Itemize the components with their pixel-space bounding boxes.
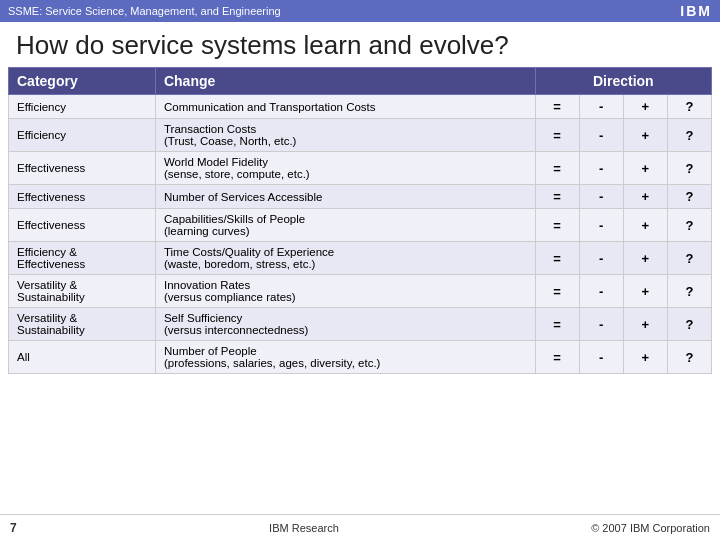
footer-company: © 2007 IBM Corporation xyxy=(591,522,710,534)
cell-category: Effectiveness xyxy=(9,209,156,242)
cell-direction: ? xyxy=(667,308,711,341)
cell-category: All xyxy=(9,341,156,374)
cell-category: Versatility & Sustainability xyxy=(9,275,156,308)
cell-direction: ? xyxy=(667,152,711,185)
cell-category: Efficiency & Effectiveness xyxy=(9,242,156,275)
cell-direction: + xyxy=(623,185,667,209)
cell-category: Effectiveness xyxy=(9,185,156,209)
cell-direction: + xyxy=(623,341,667,374)
cell-change: Communication and Transportation Costs xyxy=(155,95,535,119)
cell-direction: = xyxy=(535,209,579,242)
cell-direction: - xyxy=(579,341,623,374)
header-direction: Direction xyxy=(535,68,711,95)
cell-category: Versatility & Sustainability xyxy=(9,308,156,341)
cell-direction: = xyxy=(535,185,579,209)
table-row: EffectivenessCapabilities/Skills of Peop… xyxy=(9,209,712,242)
cell-direction: - xyxy=(579,119,623,152)
cell-direction: + xyxy=(623,275,667,308)
cell-change: Innovation Rates (versus compliance rate… xyxy=(155,275,535,308)
cell-direction: = xyxy=(535,95,579,119)
cell-change: Capabilities/Skills of People (learning … xyxy=(155,209,535,242)
cell-direction: + xyxy=(623,308,667,341)
cell-direction: - xyxy=(579,308,623,341)
table-row: Versatility & SustainabilityInnovation R… xyxy=(9,275,712,308)
cell-direction: ? xyxy=(667,275,711,308)
cell-direction: = xyxy=(535,152,579,185)
cell-direction: ? xyxy=(667,209,711,242)
cell-direction: ? xyxy=(667,341,711,374)
cell-change: Number of People (professions, salaries,… xyxy=(155,341,535,374)
cell-direction: ? xyxy=(667,185,711,209)
cell-category: Efficiency xyxy=(9,95,156,119)
cell-direction: - xyxy=(579,209,623,242)
cell-category: Effectiveness xyxy=(9,152,156,185)
table-row: EffectivenessWorld Model Fidelity (sense… xyxy=(9,152,712,185)
cell-direction: ? xyxy=(667,242,711,275)
cell-direction: + xyxy=(623,242,667,275)
cell-change: Transaction Costs (Trust, Coase, North, … xyxy=(155,119,535,152)
cell-change: World Model Fidelity (sense, store, comp… xyxy=(155,152,535,185)
cell-direction: ? xyxy=(667,119,711,152)
cell-change: Time Costs/Quality of Experience (waste,… xyxy=(155,242,535,275)
cell-direction: - xyxy=(579,152,623,185)
cell-change: Number of Services Accessible xyxy=(155,185,535,209)
table-row: EfficiencyTransaction Costs (Trust, Coas… xyxy=(9,119,712,152)
table-row: EffectivenessNumber of Services Accessib… xyxy=(9,185,712,209)
cell-direction: = xyxy=(535,275,579,308)
cell-category: Efficiency xyxy=(9,119,156,152)
main-table: Category Change Direction EfficiencyComm… xyxy=(8,67,712,374)
table-row: Versatility & SustainabilitySelf Suffici… xyxy=(9,308,712,341)
cell-direction: = xyxy=(535,308,579,341)
cell-direction: = xyxy=(535,341,579,374)
table-row: Efficiency & EffectivenessTime Costs/Qua… xyxy=(9,242,712,275)
cell-direction: - xyxy=(579,242,623,275)
cell-direction: + xyxy=(623,209,667,242)
cell-direction: = xyxy=(535,242,579,275)
ibm-logo: IBM xyxy=(680,3,712,19)
cell-direction: - xyxy=(579,275,623,308)
top-bar-title: SSME: Service Science, Management, and E… xyxy=(8,5,281,17)
table-row: EfficiencyCommunication and Transportati… xyxy=(9,95,712,119)
cell-direction: - xyxy=(579,95,623,119)
top-bar: SSME: Service Science, Management, and E… xyxy=(0,0,720,22)
cell-direction: + xyxy=(623,152,667,185)
cell-direction: + xyxy=(623,119,667,152)
footer: 7 IBM Research © 2007 IBM Corporation xyxy=(0,514,720,540)
header-category: Category xyxy=(9,68,156,95)
cell-direction: + xyxy=(623,95,667,119)
footer-center: IBM Research xyxy=(269,522,339,534)
cell-direction: - xyxy=(579,185,623,209)
cell-change: Self Sufficiency (versus interconnectedn… xyxy=(155,308,535,341)
cell-direction: = xyxy=(535,119,579,152)
header-change: Change xyxy=(155,68,535,95)
page-title: How do service systems learn and evolve? xyxy=(0,22,720,67)
table-row: AllNumber of People (professions, salari… xyxy=(9,341,712,374)
footer-page-number: 7 xyxy=(10,521,17,535)
cell-direction: ? xyxy=(667,95,711,119)
